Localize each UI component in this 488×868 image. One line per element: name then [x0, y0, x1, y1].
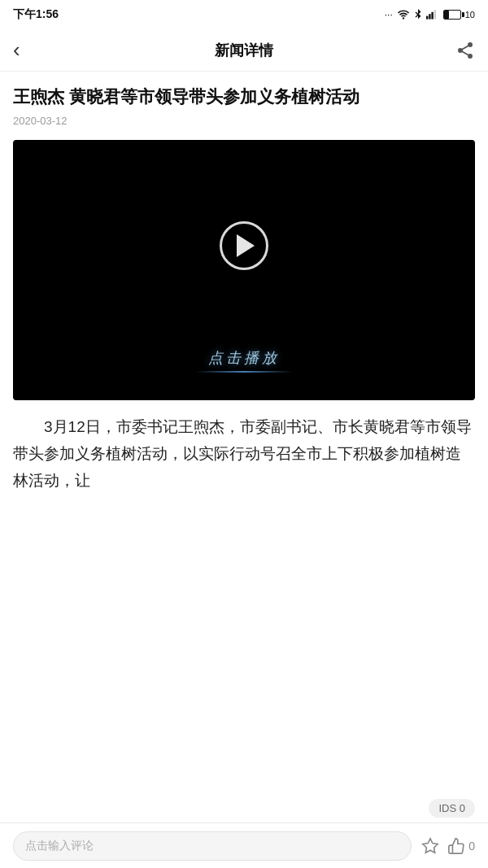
- page-title: 新闻详情: [215, 41, 273, 60]
- play-triangle-icon: [237, 234, 255, 257]
- bluetooth-icon: [414, 9, 422, 20]
- share-icon: [455, 41, 475, 60]
- comment-placeholder: 点击输入评论: [25, 839, 94, 853]
- bottom-bar: 点击输入评论 0: [0, 822, 488, 868]
- share-button[interactable]: [449, 41, 475, 60]
- status-bar: 下午1:56 ··· 10: [0, 0, 488, 29]
- article-body: 3月12日，市委书记王煦杰，市委副书记、市长黄晓君等市领导带头参加义务植树活动，…: [13, 413, 475, 495]
- svg-rect-0: [426, 16, 428, 20]
- like-button[interactable]: 0: [447, 837, 475, 855]
- status-time: 下午1:56: [13, 7, 59, 22]
- favorite-button[interactable]: [421, 837, 439, 855]
- ids-badge: IDS 0: [429, 799, 475, 818]
- like-count: 0: [468, 840, 475, 853]
- thumbs-up-icon: [447, 837, 465, 855]
- video-player[interactable]: 点击播放: [13, 140, 475, 400]
- back-button[interactable]: ‹: [13, 37, 39, 63]
- nav-header: ‹ 新闻详情: [0, 29, 488, 72]
- battery-icon: [443, 10, 461, 20]
- comment-input[interactable]: 点击输入评论: [13, 831, 412, 861]
- article-date: 2020-03-12: [13, 115, 475, 127]
- bottom-actions: 0: [421, 837, 475, 855]
- svg-marker-4: [423, 838, 438, 852]
- article-container: 王煦杰 黄晓君等市领导带头参加义务植树活动 2020-03-12 点击播放 3月…: [0, 72, 488, 508]
- svg-rect-3: [434, 10, 435, 19]
- battery-level: 10: [465, 10, 475, 20]
- article-title: 王煦杰 黄晓君等市领导带头参加义务植树活动: [13, 85, 475, 108]
- ids-label: IDS 0: [438, 802, 465, 814]
- video-caption: 点击播放: [208, 348, 280, 368]
- svg-rect-2: [431, 12, 433, 20]
- signal-dots: ···: [385, 9, 393, 20]
- status-icons: ··· 10: [385, 9, 475, 20]
- wifi-icon: [397, 10, 410, 20]
- video-caption-underline: [195, 371, 293, 373]
- svg-rect-1: [429, 14, 430, 19]
- signal-icon: [426, 10, 439, 20]
- star-icon: [421, 837, 439, 855]
- play-button[interactable]: [220, 221, 268, 270]
